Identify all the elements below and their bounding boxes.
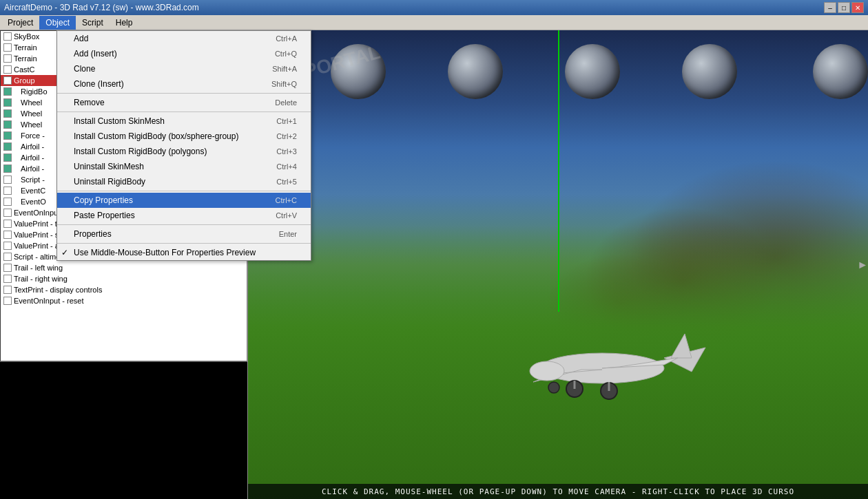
object-list-item-eventonin-reset[interactable]: EventOnInput - reset bbox=[1, 295, 247, 306]
shortcut-install-skin: Ctrl+1 bbox=[276, 117, 297, 125]
titlebar-text: AircraftDemo - 3D Rad v7.12 (sw) - www.3… bbox=[4, 3, 199, 12]
object-label-castc: CastC bbox=[14, 65, 35, 74]
checkbox-wheel1[interactable] bbox=[3, 98, 12, 107]
menu-separator-sep2 bbox=[57, 112, 311, 112]
checkbox-airfoil2[interactable] bbox=[3, 153, 12, 162]
checkbox-trail-left[interactable] bbox=[3, 264, 12, 272]
menu-item-install-rigid-box[interactable]: Install Custom RigidBody (box/sphere-gro… bbox=[57, 129, 311, 144]
object-label-trail-right: Trail - right wing bbox=[14, 275, 68, 283]
svg-marker-2 bbox=[671, 334, 692, 358]
checkbox-valueprint-altimeter[interactable] bbox=[3, 242, 12, 250]
shortcut-add: Ctrl+A bbox=[276, 34, 297, 43]
shortcut-clone-insert: Shift+Q bbox=[271, 80, 297, 88]
shortcut-uninstall-rigid: Ctrl+5 bbox=[276, 178, 297, 186]
checkbox-group[interactable] bbox=[3, 76, 12, 85]
shortcut-clone: Shift+A bbox=[272, 65, 297, 73]
menu-separator-sep1 bbox=[57, 93, 311, 94]
checkbox-terrain2[interactable] bbox=[3, 54, 12, 63]
checkbox-trail-right[interactable] bbox=[3, 275, 12, 283]
menu-project[interactable]: Project bbox=[1, 16, 39, 30]
menu-script[interactable]: Script bbox=[76, 16, 110, 30]
sphere-3 bbox=[565, 44, 620, 99]
menu-item-clone-insert[interactable]: Clone (Insert)Shift+Q bbox=[57, 76, 311, 92]
sphere-2 bbox=[448, 44, 503, 99]
menu-label-uninstall-skin: Uninstall SkinMesh bbox=[74, 162, 144, 171]
shortcut-paste-properties: Ctrl+V bbox=[276, 211, 297, 220]
menu-item-middle-mouse[interactable]: ✓Use Middle-Mouse-Button For Properties … bbox=[57, 245, 311, 260]
menu-label-uninstall-rigid: Uninstall RigidBody bbox=[74, 177, 145, 187]
viewport[interactable]: PORTAL ► CLICK & DRAG, M bbox=[248, 30, 868, 499]
menu-item-uninstall-rigid[interactable]: Uninstall RigidBodyCtrl+5 bbox=[57, 174, 311, 189]
checkmark-middle-mouse: ✓ bbox=[61, 248, 68, 257]
checkbox-terrain1[interactable] bbox=[3, 43, 12, 52]
airplane bbox=[492, 293, 712, 416]
checkbox-eventc[interactable] bbox=[3, 187, 12, 195]
menu-item-clone[interactable]: CloneShift+A bbox=[57, 61, 311, 76]
titlebar: AircraftDemo - 3D Rad v7.12 (sw) - www.3… bbox=[0, 0, 868, 15]
object-list-item-trail-left[interactable]: Trail - left wing bbox=[1, 262, 247, 273]
menu-item-uninstall-skin[interactable]: Uninstall SkinMeshCtrl+4 bbox=[57, 159, 311, 174]
checkbox-valueprint-thrust[interactable] bbox=[3, 220, 12, 228]
object-label-airfoil2: Airfoil - bbox=[21, 153, 44, 162]
object-label-rigidbody: RigidBo bbox=[21, 87, 48, 96]
checkbox-eventonin[interactable] bbox=[3, 209, 12, 217]
menu-label-copy-properties: Copy Properties bbox=[74, 195, 133, 205]
checkbox-rigidbody[interactable] bbox=[3, 87, 12, 96]
shortcut-remove: Delete bbox=[275, 98, 297, 107]
object-list-item-textprint[interactable]: TextPrint - display controls bbox=[1, 284, 247, 295]
menu-label-add: Add bbox=[74, 34, 88, 43]
object-label-eventonin-reset: EventOnInput - reset bbox=[14, 297, 84, 305]
menu-item-properties[interactable]: PropertiesEnter bbox=[57, 226, 311, 242]
checkbox-eventd[interactable] bbox=[3, 198, 12, 206]
checkbox-castc[interactable] bbox=[3, 65, 12, 74]
checkbox-airfoil1[interactable] bbox=[3, 142, 12, 151]
shortcut-add-insert: Ctrl+Q bbox=[275, 50, 297, 58]
menu-separator-sep3 bbox=[57, 191, 311, 191]
svg-point-5 bbox=[530, 361, 564, 381]
object-label-eventd: EventO bbox=[21, 198, 46, 206]
menu-item-copy-properties[interactable]: Copy PropertiesCtrl+C bbox=[57, 193, 311, 208]
sphere-1 bbox=[331, 44, 386, 99]
close-button[interactable]: ✕ bbox=[851, 2, 864, 13]
checkbox-wheel2[interactable] bbox=[3, 109, 12, 118]
object-label-wheel3: Wheel bbox=[21, 120, 42, 129]
checkbox-script1[interactable] bbox=[3, 176, 12, 184]
menu-label-add-insert: Add (Insert) bbox=[74, 49, 117, 59]
checkbox-wheel3[interactable] bbox=[3, 120, 12, 129]
menu-item-install-rigid-poly[interactable]: Install Custom RigidBody (polygons)Ctrl+… bbox=[57, 144, 311, 159]
object-label-script1: Script - bbox=[21, 176, 45, 184]
maximize-button[interactable]: □ bbox=[838, 2, 850, 13]
checkbox-skybox[interactable] bbox=[3, 32, 12, 41]
sphere-5 bbox=[813, 44, 868, 99]
menu-item-remove[interactable]: RemoveDelete bbox=[57, 95, 311, 110]
object-label-terrain1: Terrain bbox=[14, 43, 37, 52]
checkbox-script-altimeter[interactable] bbox=[3, 253, 12, 261]
checkbox-valueprint-speed[interactable] bbox=[3, 231, 12, 239]
menu-item-install-skin[interactable]: Install Custom SkinMeshCtrl+1 bbox=[57, 114, 311, 129]
object-label-airfoil1: Airfoil - bbox=[21, 142, 44, 151]
object-label-airfoil3: Airfoil - bbox=[21, 164, 44, 173]
menu-item-paste-properties[interactable]: Paste PropertiesCtrl+V bbox=[57, 208, 311, 223]
menu-separator-sep5 bbox=[57, 243, 311, 244]
object-label-wheel1: Wheel bbox=[21, 98, 42, 107]
menu-label-clone-insert: Clone (Insert) bbox=[74, 79, 124, 89]
shortcut-install-rigid-poly: Ctrl+3 bbox=[276, 147, 297, 156]
object-list-item-trail-right[interactable]: Trail - right wing bbox=[1, 273, 247, 284]
checkbox-eventonin-reset[interactable] bbox=[3, 297, 12, 305]
shortcut-properties: Enter bbox=[279, 230, 297, 238]
minimize-button[interactable]: – bbox=[824, 2, 836, 13]
menu-item-add[interactable]: AddCtrl+A bbox=[57, 31, 311, 46]
menu-label-clone: Clone bbox=[74, 64, 95, 74]
svg-point-8 bbox=[548, 382, 559, 393]
checkbox-textprint[interactable] bbox=[3, 286, 12, 294]
menu-label-install-rigid-poly: Install Custom RigidBody (polygons) bbox=[74, 147, 207, 156]
menu-object[interactable]: Object bbox=[39, 16, 76, 30]
statusbar-text: CLICK & DRAG, MOUSE-WHEEL (OR PAGE-UP DO… bbox=[322, 487, 794, 496]
titlebar-controls: – □ ✕ bbox=[824, 2, 864, 13]
checkbox-airfoil3[interactable] bbox=[3, 164, 12, 173]
checkbox-force[interactable] bbox=[3, 131, 12, 140]
object-label-wheel2: Wheel bbox=[21, 109, 42, 118]
menu-item-add-insert[interactable]: Add (Insert)Ctrl+Q bbox=[57, 46, 311, 61]
object-label-terrain2: Terrain bbox=[14, 54, 37, 63]
menu-help[interactable]: Help bbox=[110, 16, 139, 30]
